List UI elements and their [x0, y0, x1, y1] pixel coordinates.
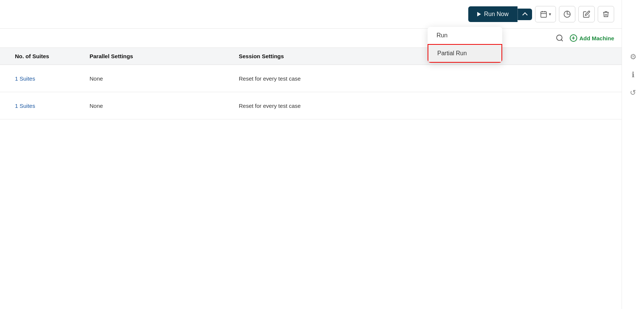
run-now-label: Run Now	[484, 11, 509, 18]
chevron-up-icon	[522, 12, 528, 17]
right-sidebar: ⚙ ℹ ↺	[622, 0, 644, 309]
play-icon	[477, 12, 481, 16]
header-session: Session Settings	[239, 53, 607, 59]
run-now-group: Run Now	[468, 6, 532, 22]
toolbar: Run Now ▾	[0, 0, 644, 29]
run-now-button[interactable]: Run Now	[468, 6, 518, 22]
row1-suites[interactable]: 1 Suites	[15, 75, 90, 82]
run-dropdown-menu: Run Partial Run	[428, 27, 502, 63]
row1-parallel: None	[90, 75, 239, 82]
run-option[interactable]: Run	[428, 27, 502, 44]
gear-icon[interactable]: ⚙	[630, 52, 637, 61]
row2-session: Reset for every test case	[239, 103, 607, 109]
info-icon[interactable]: ℹ	[632, 70, 635, 79]
search-row: + Add Machine	[0, 29, 644, 48]
table-header: No. of Suites Parallel Settings Session …	[0, 48, 644, 65]
table-row: 1 Suites None Reset for every test case …	[0, 65, 644, 92]
stats-button[interactable]	[559, 6, 575, 22]
row2-suites[interactable]: 1 Suites	[15, 103, 90, 109]
history-icon[interactable]: ↺	[630, 88, 636, 97]
row2-parallel: None	[90, 103, 239, 109]
plus-circle-icon: +	[570, 34, 577, 42]
add-machine-button[interactable]: + Add Machine	[570, 34, 614, 42]
svg-point-4	[556, 35, 562, 41]
header-parallel: Parallel Settings	[90, 53, 239, 59]
calendar-icon	[540, 10, 547, 18]
row1-session: Reset for every test case	[239, 75, 607, 82]
main-content: Run Now ▾	[0, 0, 644, 309]
table-row: 1 Suites None Reset for every test case …	[0, 92, 644, 119]
pie-chart-icon	[563, 10, 571, 18]
edit-button[interactable]	[578, 6, 595, 22]
search-button[interactable]	[556, 34, 564, 42]
chevron-down-icon: ▾	[549, 12, 551, 17]
search-icon	[556, 34, 564, 42]
trash-icon	[602, 10, 610, 18]
partial-run-option[interactable]: Partial Run	[428, 44, 502, 63]
run-now-dropdown-button[interactable]	[518, 9, 532, 20]
svg-rect-0	[541, 12, 547, 17]
schedule-button[interactable]: ▾	[535, 6, 556, 22]
edit-icon	[583, 10, 590, 18]
header-suites: No. of Suites	[15, 53, 90, 59]
delete-button[interactable]	[598, 6, 614, 22]
svg-line-5	[561, 40, 563, 41]
